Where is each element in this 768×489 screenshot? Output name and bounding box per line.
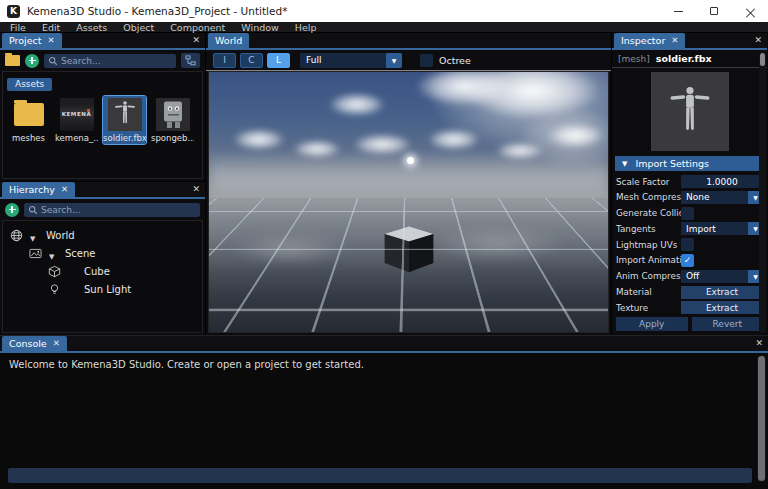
- menu-file[interactable]: File: [2, 22, 34, 33]
- cube-icon: [47, 264, 61, 278]
- checkbox-import-animati[interactable]: [681, 254, 694, 267]
- tab-console-label: Console: [9, 338, 47, 349]
- button-texture-extract[interactable]: Extract: [681, 301, 763, 314]
- expand-arrow-icon[interactable]: [30, 226, 39, 245]
- app-logo-icon: K: [7, 5, 20, 18]
- tree-view-toggle-button[interactable]: [181, 53, 200, 68]
- close-button[interactable]: [732, 0, 768, 22]
- cloud: [233, 129, 285, 150]
- field-row-lightmap-uvs: Lightmap UVs: [616, 238, 763, 251]
- input-scale-factor[interactable]: [681, 175, 763, 188]
- cube-object[interactable]: [379, 219, 439, 275]
- hierarchy-tree: WorldSceneCubeSun Light: [2, 220, 203, 333]
- kemena-thumbnail-icon: KEMENA: [60, 98, 94, 131]
- field-control: [681, 175, 763, 188]
- globe-icon: [9, 228, 23, 242]
- minimize-button[interactable]: [660, 0, 696, 22]
- view-mode-buttons: ICL: [213, 53, 290, 68]
- menu-object[interactable]: Object: [115, 22, 162, 33]
- inspected-asset-name: soldier.fbx: [656, 53, 712, 64]
- field-row-texture: TextureExtract: [616, 301, 763, 314]
- asset-item-soldier-fbx[interactable]: soldier.fbx: [103, 96, 146, 144]
- scrollbar-thumb[interactable]: [758, 356, 765, 481]
- console-scrollbar[interactable]: [757, 355, 766, 482]
- console-panel-close-icon[interactable]: [755, 338, 763, 348]
- asset-item-spongeb[interactable]: spongeb...: [151, 96, 194, 144]
- asset-item-meshes[interactable]: meshes: [7, 96, 50, 144]
- view-mode-c-button[interactable]: C: [240, 53, 263, 68]
- tab-close-icon[interactable]: [48, 36, 55, 45]
- field-control: Import: [681, 222, 763, 235]
- field-label: Mesh Compres:: [616, 192, 681, 202]
- import-settings-fields: Scale FactorMesh Compres:NoneGenerate Co…: [612, 172, 767, 314]
- tree-node-sun-light[interactable]: Sun Light: [3, 280, 202, 298]
- asset-item-kemena[interactable]: KEMENAkemena_...: [55, 96, 98, 144]
- view-mode-l-button[interactable]: L: [267, 53, 290, 68]
- field-row-mesh-compres: Mesh Compres:None: [616, 191, 763, 204]
- render-quality-value: Full: [306, 55, 321, 65]
- inspector-panel: Inspector [mesh] soldier.fbx: [612, 33, 767, 335]
- viewport-3d[interactable]: [208, 71, 609, 333]
- tree-node-label: World: [46, 230, 75, 241]
- minimize-icon: [674, 11, 683, 12]
- add-entity-button[interactable]: [5, 203, 19, 217]
- inspector-panel-close-icon[interactable]: [754, 35, 762, 45]
- add-asset-button[interactable]: [25, 54, 39, 68]
- tab-world[interactable]: World: [208, 33, 249, 48]
- dropdown-value: Off: [686, 271, 699, 281]
- checkbox-lightmap-uvs[interactable]: [681, 238, 694, 251]
- button-material-extract[interactable]: Extract: [681, 286, 763, 299]
- checkbox-generate-collid[interactable]: [681, 207, 694, 220]
- dropdown-tangents[interactable]: Import: [681, 222, 763, 235]
- hierarchy-search-input[interactable]: [41, 205, 196, 215]
- tab-close-icon[interactable]: [671, 36, 678, 45]
- view-mode-i-button[interactable]: I: [213, 53, 236, 68]
- sponge-thumbnail-icon: [156, 98, 190, 131]
- chevron-down-icon[interactable]: [386, 53, 402, 68]
- octree-checkbox[interactable]: [420, 54, 433, 67]
- menu-window[interactable]: Window: [233, 22, 286, 33]
- dropdown-mesh-compres[interactable]: None: [681, 191, 763, 204]
- dropdown-anim-compress[interactable]: Off: [681, 270, 763, 283]
- scrollbar-thumb[interactable]: [760, 53, 765, 66]
- tab-console[interactable]: Console: [2, 336, 67, 351]
- maximize-button[interactable]: [696, 0, 732, 22]
- breadcrumb-assets[interactable]: Assets: [7, 78, 52, 91]
- console-command-input[interactable]: [8, 468, 752, 483]
- revert-button[interactable]: Revert: [692, 317, 764, 331]
- field-control: Extract: [681, 301, 763, 314]
- hierarchy-panel-close-icon[interactable]: [192, 184, 200, 194]
- field-control: None: [681, 191, 763, 204]
- sun-gizmo[interactable]: [407, 157, 414, 164]
- cloud: [329, 93, 385, 116]
- folder-icon: [14, 103, 44, 126]
- apply-button[interactable]: Apply: [616, 317, 688, 331]
- render-quality-dropdown[interactable]: Full: [300, 53, 402, 68]
- folder-thumbnail-icon: [12, 98, 46, 131]
- open-folder-icon[interactable]: [5, 55, 20, 66]
- field-label: Texture: [616, 303, 681, 313]
- inspector-scrollbar[interactable]: [759, 52, 766, 333]
- field-label: Import Animati: [616, 255, 681, 265]
- project-search-input[interactable]: [61, 56, 172, 66]
- menu-component[interactable]: Component: [162, 22, 233, 33]
- tree-node-scene[interactable]: Scene: [3, 244, 202, 262]
- import-settings-header[interactable]: Import Settings: [615, 156, 764, 171]
- tab-hierarchy[interactable]: Hierarchy: [2, 182, 75, 197]
- tree-node-cube[interactable]: Cube: [3, 262, 202, 280]
- tab-close-icon[interactable]: [53, 339, 60, 348]
- expand-arrow-icon[interactable]: [49, 244, 58, 263]
- menu-assets[interactable]: Assets: [68, 22, 115, 33]
- tree-node-world[interactable]: World: [3, 226, 202, 244]
- field-label: Material: [616, 287, 681, 297]
- project-panel-close-icon[interactable]: [192, 35, 200, 45]
- project-search-box[interactable]: [44, 54, 176, 68]
- hierarchy-search-box[interactable]: [24, 203, 200, 217]
- cloud: [428, 129, 480, 150]
- tab-hierarchy-label: Hierarchy: [9, 184, 55, 195]
- tab-inspector[interactable]: Inspector: [614, 33, 685, 48]
- menu-edit[interactable]: Edit: [34, 22, 68, 33]
- menu-help[interactable]: Help: [287, 22, 325, 33]
- tab-close-icon[interactable]: [61, 185, 68, 194]
- tab-project[interactable]: Project: [2, 33, 62, 48]
